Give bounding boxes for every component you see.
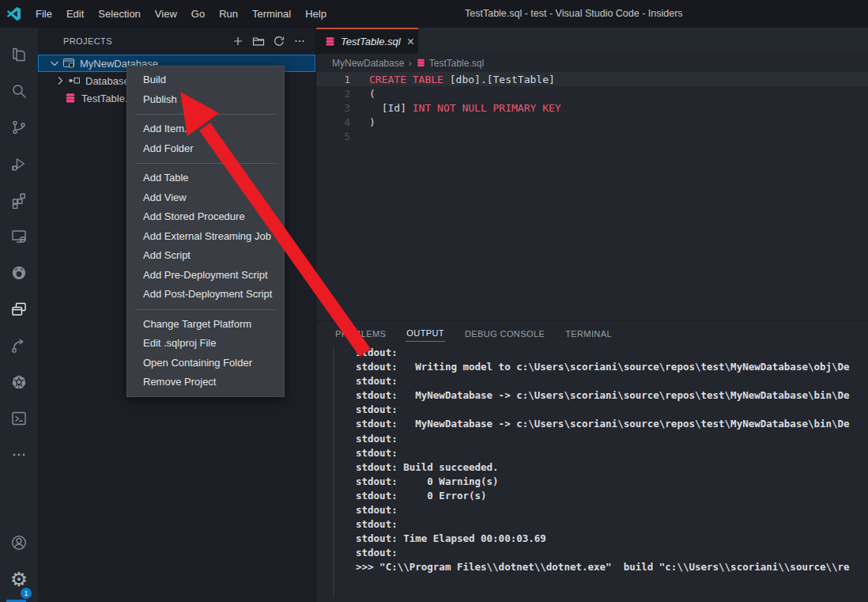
tab-close-icon[interactable]: × <box>407 36 414 48</box>
context-menu-item-build[interactable]: Build <box>127 70 284 90</box>
context-menu-item-publish[interactable]: Publish <box>127 90 284 110</box>
refresh-icon[interactable] <box>271 33 287 49</box>
context-menu-item-add-table[interactable]: Add Table <box>127 168 284 188</box>
code-line-3: 3 [Id] INT NOT NULL PRIMARY KEY <box>316 100 868 115</box>
line-number: 3 <box>316 102 350 114</box>
breadcrumb-file[interactable]: TestTable.sql <box>416 58 484 69</box>
output-line: stdout: <box>356 346 868 361</box>
menubar-item-run[interactable]: Run <box>212 0 245 28</box>
menu-separator <box>135 114 276 115</box>
output-line: >>> "C:\\Program Files\\dotnet\\dotnet.e… <box>356 561 868 575</box>
line-number: 2 <box>316 88 350 100</box>
code-line-1: 1CREATE TABLE [dbo].[TestTable] <box>316 72 868 86</box>
azure-share-icon[interactable] <box>0 328 38 364</box>
context-menu-item-add-post-deployment-script[interactable]: Add Post-Deployment Script <box>127 285 284 305</box>
output-line: stdout: <box>356 447 868 461</box>
vscode-insiders-logo <box>7 7 21 21</box>
code-token: ) <box>369 116 376 128</box>
chevron-right-icon: › <box>408 57 411 69</box>
output-line: stdout: 0 Error(s) <box>356 490 868 504</box>
chevron-right-icon[interactable] <box>54 74 66 87</box>
chevron-down-icon[interactable] <box>48 57 61 70</box>
menubar-item-selection[interactable]: Selection <box>91 0 147 28</box>
line-number: 5 <box>316 131 350 142</box>
database-projects-icon[interactable] <box>0 291 38 328</box>
kubernetes-icon[interactable] <box>0 364 38 400</box>
menubar-item-terminal[interactable]: Terminal <box>245 0 298 28</box>
more-actions-icon[interactable] <box>292 33 308 49</box>
code-line-4: 4) <box>316 115 868 129</box>
menubar-item-view[interactable]: View <box>148 0 184 28</box>
database-project-icon <box>62 57 75 70</box>
menu-bar: FileEditSelectionViewGoRunTerminalHelp <box>28 0 334 28</box>
context-menu-item-add-folder[interactable]: Add Folder <box>127 139 284 159</box>
explorer-icon[interactable] <box>0 36 38 73</box>
panel-tabs: PROBLEMSOUTPUTDEBUG CONSOLETERMINAL <box>316 321 868 346</box>
menubar-item-edit[interactable]: Edit <box>59 0 91 28</box>
project-context-menu: BuildPublishAdd Item...Add FolderAdd Tab… <box>126 66 285 397</box>
context-menu-item-change-target-platform[interactable]: Change Target Platform <box>127 315 284 335</box>
context-menu-item-open-containing-folder[interactable]: Open Containing Folder <box>127 354 284 373</box>
run-and-debug-icon[interactable] <box>0 146 38 182</box>
settings-icon[interactable]: ⚙1 <box>0 561 38 597</box>
window-title: TestTable.sql - test - Visual Studio Cod… <box>465 0 683 28</box>
title-bar: FileEditSelectionViewGoRunTerminalHelp T… <box>0 0 868 28</box>
menu-separator <box>135 163 276 164</box>
output-line: stdout: <box>356 375 868 389</box>
sidebar-title: PROJECTS <box>63 36 230 46</box>
output-line: stdout: <box>356 433 868 447</box>
output-line: stdout: <box>356 547 868 561</box>
indent-guide <box>333 348 334 597</box>
context-menu-item-add-script[interactable]: Add Script <box>127 246 284 266</box>
code-token: INT NOT NULL PRIMARY KEY <box>413 102 561 114</box>
context-menu-item-add-stored-procedure[interactable]: Add Stored Procedure <box>127 207 284 227</box>
tab-label: TestTable.sql <box>341 36 401 47</box>
context-menu-item-add-external-streaming-job[interactable]: Add External Streaming Job <box>127 227 284 247</box>
status-strip <box>6 600 26 602</box>
new-project-icon[interactable] <box>230 33 246 49</box>
code-line-5: 5 <box>316 129 868 143</box>
menubar-item-file[interactable]: File <box>28 0 59 28</box>
activity-bar: ⚙1 <box>0 28 38 602</box>
output-line: stdout: <box>356 518 868 532</box>
tab-testtable-sql[interactable]: TestTable.sql × <box>316 28 418 54</box>
menubar-item-help[interactable]: Help <box>298 0 334 28</box>
line-number: 1 <box>316 74 350 85</box>
context-menu-item-add-view[interactable]: Add View <box>127 188 284 208</box>
output-line: stdout: Build succeeded. <box>356 461 868 475</box>
database-file-icon <box>416 58 426 68</box>
context-menu-item-add-pre-deployment-script[interactable]: Add Pre-Deployment Script <box>127 266 284 286</box>
breadcrumb-project[interactable]: MyNewDatabase <box>332 58 404 69</box>
extensions-icon[interactable] <box>0 182 38 218</box>
context-menu-item-add-item-[interactable]: Add Item... <box>127 119 284 139</box>
panel-tab-problems[interactable]: PROBLEMS <box>334 327 387 342</box>
output-line: stdout: Time Elapsed 00:00:03.69 <box>356 532 868 547</box>
output-line: stdout: <box>356 403 868 418</box>
account-icon[interactable] <box>0 524 38 561</box>
settings-badge: 1 <box>21 588 32 599</box>
output-line: stdout: Writing model to c:\Users\scoria… <box>356 361 868 375</box>
output-console[interactable]: stdout:stdout: Writing model to c:\Users… <box>316 346 868 602</box>
database-file-icon <box>324 36 336 47</box>
panel-tab-terminal[interactable]: TERMINAL <box>564 327 613 342</box>
code-token: [dbo].[TestTable] <box>450 74 555 85</box>
context-menu-item-remove-project[interactable]: Remove Project <box>127 373 284 392</box>
source-control-icon[interactable] <box>0 109 38 146</box>
menu-separator <box>135 309 276 310</box>
context-menu-item-edit-sqlproj-file[interactable]: Edit .sqlproj File <box>127 334 284 354</box>
panel-tab-debug-console[interactable]: DEBUG CONSOLE <box>464 327 545 342</box>
github-icon[interactable] <box>0 255 38 291</box>
code-editor[interactable]: 1CREATE TABLE [dbo].[TestTable]2(3 [Id] … <box>316 72 868 320</box>
panel-tab-output[interactable]: OUTPUT <box>406 326 445 342</box>
references-icon <box>68 74 81 87</box>
tab-bar: TestTable.sql × <box>316 28 868 54</box>
breadcrumb: MyNewDatabase › TestTable.sql <box>316 54 868 72</box>
code-token: [Id] <box>369 102 413 114</box>
more-views-icon[interactable] <box>0 437 38 473</box>
terminal-shell-icon[interactable] <box>0 400 38 437</box>
code-token: ( <box>369 88 376 100</box>
menubar-item-go[interactable]: Go <box>184 0 212 28</box>
open-folder-icon[interactable] <box>251 33 266 49</box>
search-icon[interactable] <box>0 73 38 109</box>
remote-explorer-icon[interactable] <box>0 218 38 255</box>
